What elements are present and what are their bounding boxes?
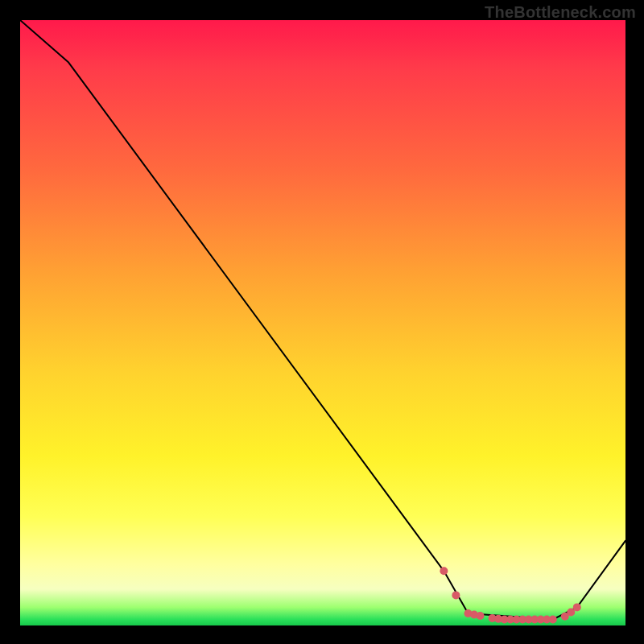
floor-dots: [440, 567, 580, 623]
floor-dot: [477, 612, 485, 620]
floor-dot: [573, 603, 581, 611]
floor-dot: [440, 567, 448, 575]
floor-dot: [549, 616, 557, 624]
watermark-text: TheBottleneck.com: [485, 3, 636, 22]
bottleneck-curve: [20, 20, 625, 620]
chart-frame: TheBottleneck.com: [0, 0, 644, 644]
plot-area: [20, 20, 625, 625]
floor-dot: [452, 591, 460, 599]
curve-layer: [20, 20, 625, 625]
